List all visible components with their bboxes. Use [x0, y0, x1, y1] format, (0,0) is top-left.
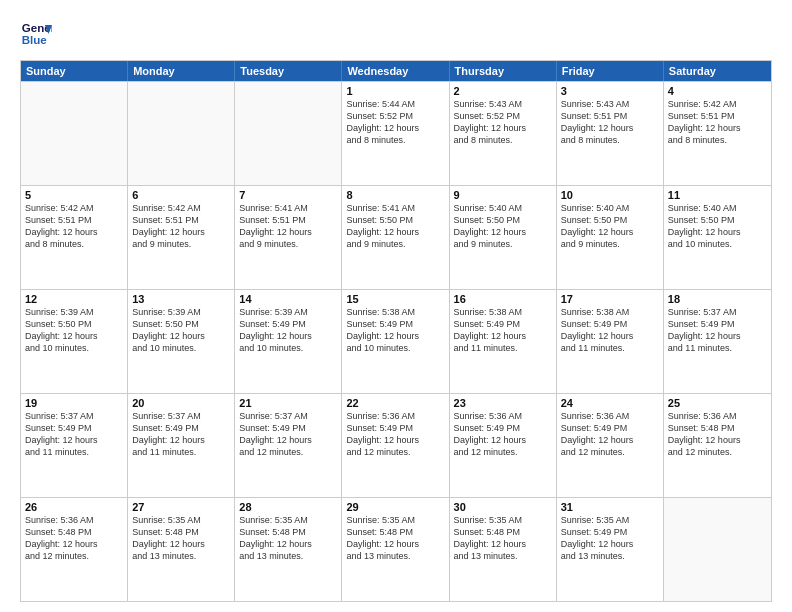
day-number: 4 — [668, 85, 767, 97]
day-cell-7: 7Sunrise: 5:41 AM Sunset: 5:51 PM Daylig… — [235, 186, 342, 289]
day-cell-1: 1Sunrise: 5:44 AM Sunset: 5:52 PM Daylig… — [342, 82, 449, 185]
day-number: 19 — [25, 397, 123, 409]
day-info: Sunrise: 5:43 AM Sunset: 5:52 PM Dayligh… — [454, 98, 552, 147]
day-cell-11: 11Sunrise: 5:40 AM Sunset: 5:50 PM Dayli… — [664, 186, 771, 289]
day-number: 7 — [239, 189, 337, 201]
svg-text:Blue: Blue — [22, 34, 48, 46]
header-day-thursday: Thursday — [450, 61, 557, 81]
day-cell-6: 6Sunrise: 5:42 AM Sunset: 5:51 PM Daylig… — [128, 186, 235, 289]
day-info: Sunrise: 5:40 AM Sunset: 5:50 PM Dayligh… — [561, 202, 659, 251]
day-info: Sunrise: 5:40 AM Sunset: 5:50 PM Dayligh… — [668, 202, 767, 251]
day-cell-25: 25Sunrise: 5:36 AM Sunset: 5:48 PM Dayli… — [664, 394, 771, 497]
day-info: Sunrise: 5:37 AM Sunset: 5:49 PM Dayligh… — [668, 306, 767, 355]
day-info: Sunrise: 5:36 AM Sunset: 5:48 PM Dayligh… — [25, 514, 123, 563]
day-number: 9 — [454, 189, 552, 201]
day-info: Sunrise: 5:42 AM Sunset: 5:51 PM Dayligh… — [132, 202, 230, 251]
day-cell-8: 8Sunrise: 5:41 AM Sunset: 5:50 PM Daylig… — [342, 186, 449, 289]
day-info: Sunrise: 5:38 AM Sunset: 5:49 PM Dayligh… — [454, 306, 552, 355]
empty-cell — [21, 82, 128, 185]
header-day-saturday: Saturday — [664, 61, 771, 81]
day-cell-30: 30Sunrise: 5:35 AM Sunset: 5:48 PM Dayli… — [450, 498, 557, 601]
day-info: Sunrise: 5:36 AM Sunset: 5:49 PM Dayligh… — [346, 410, 444, 459]
day-info: Sunrise: 5:41 AM Sunset: 5:50 PM Dayligh… — [346, 202, 444, 251]
day-number: 17 — [561, 293, 659, 305]
empty-cell — [235, 82, 342, 185]
day-info: Sunrise: 5:42 AM Sunset: 5:51 PM Dayligh… — [668, 98, 767, 147]
day-cell-16: 16Sunrise: 5:38 AM Sunset: 5:49 PM Dayli… — [450, 290, 557, 393]
logo: General Blue — [20, 18, 52, 50]
day-cell-17: 17Sunrise: 5:38 AM Sunset: 5:49 PM Dayli… — [557, 290, 664, 393]
day-cell-5: 5Sunrise: 5:42 AM Sunset: 5:51 PM Daylig… — [21, 186, 128, 289]
day-cell-18: 18Sunrise: 5:37 AM Sunset: 5:49 PM Dayli… — [664, 290, 771, 393]
header: General Blue — [20, 18, 772, 50]
day-number: 8 — [346, 189, 444, 201]
day-info: Sunrise: 5:36 AM Sunset: 5:49 PM Dayligh… — [561, 410, 659, 459]
day-number: 26 — [25, 501, 123, 513]
day-number: 25 — [668, 397, 767, 409]
week-row-3: 12Sunrise: 5:39 AM Sunset: 5:50 PM Dayli… — [21, 289, 771, 393]
header-day-sunday: Sunday — [21, 61, 128, 81]
calendar-header: SundayMondayTuesdayWednesdayThursdayFrid… — [21, 61, 771, 81]
day-info: Sunrise: 5:40 AM Sunset: 5:50 PM Dayligh… — [454, 202, 552, 251]
day-number: 29 — [346, 501, 444, 513]
day-info: Sunrise: 5:38 AM Sunset: 5:49 PM Dayligh… — [561, 306, 659, 355]
day-cell-10: 10Sunrise: 5:40 AM Sunset: 5:50 PM Dayli… — [557, 186, 664, 289]
empty-cell — [664, 498, 771, 601]
day-cell-12: 12Sunrise: 5:39 AM Sunset: 5:50 PM Dayli… — [21, 290, 128, 393]
day-cell-23: 23Sunrise: 5:36 AM Sunset: 5:49 PM Dayli… — [450, 394, 557, 497]
day-cell-4: 4Sunrise: 5:42 AM Sunset: 5:51 PM Daylig… — [664, 82, 771, 185]
week-row-2: 5Sunrise: 5:42 AM Sunset: 5:51 PM Daylig… — [21, 185, 771, 289]
day-info: Sunrise: 5:35 AM Sunset: 5:49 PM Dayligh… — [561, 514, 659, 563]
day-number: 3 — [561, 85, 659, 97]
day-number: 30 — [454, 501, 552, 513]
day-info: Sunrise: 5:41 AM Sunset: 5:51 PM Dayligh… — [239, 202, 337, 251]
header-day-tuesday: Tuesday — [235, 61, 342, 81]
day-cell-24: 24Sunrise: 5:36 AM Sunset: 5:49 PM Dayli… — [557, 394, 664, 497]
day-info: Sunrise: 5:37 AM Sunset: 5:49 PM Dayligh… — [239, 410, 337, 459]
day-info: Sunrise: 5:44 AM Sunset: 5:52 PM Dayligh… — [346, 98, 444, 147]
logo-icon: General Blue — [20, 18, 52, 50]
day-number: 20 — [132, 397, 230, 409]
day-cell-3: 3Sunrise: 5:43 AM Sunset: 5:51 PM Daylig… — [557, 82, 664, 185]
day-info: Sunrise: 5:38 AM Sunset: 5:49 PM Dayligh… — [346, 306, 444, 355]
day-cell-27: 27Sunrise: 5:35 AM Sunset: 5:48 PM Dayli… — [128, 498, 235, 601]
day-number: 6 — [132, 189, 230, 201]
day-info: Sunrise: 5:37 AM Sunset: 5:49 PM Dayligh… — [25, 410, 123, 459]
day-cell-2: 2Sunrise: 5:43 AM Sunset: 5:52 PM Daylig… — [450, 82, 557, 185]
day-number: 23 — [454, 397, 552, 409]
day-number: 21 — [239, 397, 337, 409]
day-number: 10 — [561, 189, 659, 201]
day-number: 11 — [668, 189, 767, 201]
day-info: Sunrise: 5:35 AM Sunset: 5:48 PM Dayligh… — [346, 514, 444, 563]
day-info: Sunrise: 5:39 AM Sunset: 5:50 PM Dayligh… — [132, 306, 230, 355]
day-info: Sunrise: 5:37 AM Sunset: 5:49 PM Dayligh… — [132, 410, 230, 459]
day-cell-28: 28Sunrise: 5:35 AM Sunset: 5:48 PM Dayli… — [235, 498, 342, 601]
day-cell-14: 14Sunrise: 5:39 AM Sunset: 5:49 PM Dayli… — [235, 290, 342, 393]
day-number: 16 — [454, 293, 552, 305]
day-cell-9: 9Sunrise: 5:40 AM Sunset: 5:50 PM Daylig… — [450, 186, 557, 289]
day-cell-20: 20Sunrise: 5:37 AM Sunset: 5:49 PM Dayli… — [128, 394, 235, 497]
day-info: Sunrise: 5:36 AM Sunset: 5:49 PM Dayligh… — [454, 410, 552, 459]
day-cell-13: 13Sunrise: 5:39 AM Sunset: 5:50 PM Dayli… — [128, 290, 235, 393]
day-cell-29: 29Sunrise: 5:35 AM Sunset: 5:48 PM Dayli… — [342, 498, 449, 601]
calendar: SundayMondayTuesdayWednesdayThursdayFrid… — [20, 60, 772, 602]
day-number: 22 — [346, 397, 444, 409]
week-row-4: 19Sunrise: 5:37 AM Sunset: 5:49 PM Dayli… — [21, 393, 771, 497]
day-number: 5 — [25, 189, 123, 201]
header-day-friday: Friday — [557, 61, 664, 81]
day-number: 1 — [346, 85, 444, 97]
day-info: Sunrise: 5:35 AM Sunset: 5:48 PM Dayligh… — [454, 514, 552, 563]
day-cell-26: 26Sunrise: 5:36 AM Sunset: 5:48 PM Dayli… — [21, 498, 128, 601]
day-number: 2 — [454, 85, 552, 97]
calendar-body: 1Sunrise: 5:44 AM Sunset: 5:52 PM Daylig… — [21, 81, 771, 601]
week-row-5: 26Sunrise: 5:36 AM Sunset: 5:48 PM Dayli… — [21, 497, 771, 601]
day-info: Sunrise: 5:39 AM Sunset: 5:49 PM Dayligh… — [239, 306, 337, 355]
day-number: 13 — [132, 293, 230, 305]
day-number: 27 — [132, 501, 230, 513]
day-number: 28 — [239, 501, 337, 513]
day-cell-15: 15Sunrise: 5:38 AM Sunset: 5:49 PM Dayli… — [342, 290, 449, 393]
day-cell-21: 21Sunrise: 5:37 AM Sunset: 5:49 PM Dayli… — [235, 394, 342, 497]
page: General Blue SundayMondayTuesdayWednesda… — [0, 0, 792, 612]
day-number: 14 — [239, 293, 337, 305]
day-number: 15 — [346, 293, 444, 305]
